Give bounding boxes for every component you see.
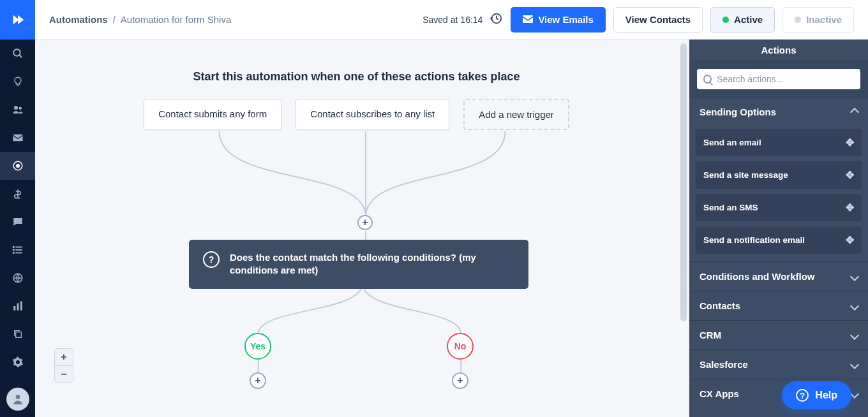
add-step-button[interactable]: + — [357, 215, 373, 230]
add-trigger-button[interactable]: Add a new trigger — [463, 99, 569, 130]
canvas-scrollbar[interactable] — [680, 43, 687, 321]
section-contacts[interactable]: Contacts — [689, 291, 868, 320]
chevron-up-icon — [850, 107, 859, 116]
nav-deals-icon[interactable] — [0, 180, 35, 208]
chevron-down-icon — [850, 360, 859, 369]
breadcrumb-sep: / — [113, 14, 116, 25]
condition-node[interactable]: ? Does the contact match the following c… — [189, 240, 528, 289]
breadcrumb: Automations / Automation for form Shiva — [49, 14, 231, 25]
actions-panel-title: Actions — [689, 40, 868, 61]
svg-point-6 — [16, 165, 19, 168]
saved-status: Saved at 16:14 — [423, 11, 503, 27]
action-send-notification-email[interactable]: Send a notification email✥ — [696, 226, 862, 254]
action-send-email[interactable]: Send an email✥ — [696, 129, 862, 156]
add-step-no-button[interactable]: + — [452, 372, 468, 389]
canvas-title: Start this automation when one of these … — [35, 40, 678, 84]
search-actions-input[interactable] — [717, 74, 854, 84]
automation-canvas[interactable]: Start this automation when one of these … — [35, 40, 689, 417]
search-icon — [703, 75, 712, 84]
help-icon: ? — [796, 389, 809, 402]
action-label: Send an email — [703, 138, 761, 147]
search-actions-input-wrapper — [697, 69, 860, 89]
chevron-down-icon — [850, 330, 859, 339]
user-avatar[interactable] — [6, 388, 29, 411]
svg-rect-20 — [523, 15, 533, 23]
drag-handle-icon: ✥ — [846, 201, 854, 214]
question-icon: ? — [203, 251, 220, 268]
status-inactive-button[interactable]: Inactive — [782, 7, 854, 33]
help-button[interactable]: ? Help — [782, 381, 851, 409]
svg-point-0 — [13, 49, 20, 56]
action-send-site-message[interactable]: Send a site message✥ — [696, 161, 862, 189]
view-contacts-button[interactable]: View Contacts — [613, 7, 703, 33]
svg-point-3 — [19, 107, 22, 110]
nav-envelope-icon[interactable] — [0, 124, 35, 152]
status-dot-active-icon — [722, 17, 729, 23]
svg-line-1 — [19, 55, 22, 57]
nav-reports-icon[interactable] — [0, 292, 35, 320]
svg-rect-4 — [13, 135, 22, 142]
status-active-button[interactable]: Active — [710, 7, 775, 33]
nav-list-icon[interactable] — [0, 236, 35, 264]
action-label: Send a site message — [703, 170, 788, 180]
svg-rect-15 — [17, 304, 19, 311]
section-sending-options[interactable]: Sending Options — [689, 98, 868, 126]
nav-automations-icon[interactable] — [0, 152, 35, 180]
breadcrumb-current: Automation for form Shiva — [121, 14, 231, 25]
svg-rect-16 — [20, 302, 22, 311]
no-branch-node[interactable]: No — [447, 333, 474, 360]
zoom-in-button[interactable]: + — [55, 349, 73, 365]
trigger-list-subscribe[interactable]: Contact subscribes to any list — [296, 99, 449, 130]
nav-chat-icon[interactable] — [0, 208, 35, 236]
nav-contacts-icon[interactable] — [0, 96, 35, 124]
section-label: Conditions and Workflow — [700, 271, 815, 282]
section-label: Contacts — [700, 300, 740, 311]
drag-handle-icon: ✥ — [846, 169, 854, 181]
section-label: CX Apps — [700, 388, 739, 399]
nav-search-icon[interactable] — [0, 40, 35, 68]
drag-handle-icon: ✥ — [846, 136, 854, 149]
breadcrumb-root[interactable]: Automations — [49, 14, 108, 25]
svg-point-2 — [14, 106, 18, 110]
saved-label: Saved at 16:14 — [423, 15, 483, 25]
action-label: Send a notification email — [703, 235, 805, 245]
condition-text: Does the contact match the following con… — [230, 251, 514, 277]
section-label: Sending Options — [700, 106, 776, 117]
chevron-down-icon — [850, 301, 859, 310]
actions-panel: Actions Sending Options Send an email✥ S… — [689, 40, 868, 417]
left-sidebar — [0, 0, 35, 417]
add-step-yes-button[interactable]: + — [250, 372, 266, 389]
status-inactive-label: Inactive — [806, 14, 842, 25]
section-conditions-workflow[interactable]: Conditions and Workflow — [689, 262, 868, 291]
nav-settings-icon[interactable] — [0, 348, 35, 376]
topbar: Automations / Automation for form Shiva … — [35, 0, 868, 40]
envelope-icon — [523, 14, 533, 25]
view-emails-label: View Emails — [538, 14, 593, 25]
nav-copy-icon[interactable] — [0, 320, 35, 348]
zoom-out-button[interactable]: − — [55, 365, 73, 382]
view-emails-button[interactable]: View Emails — [511, 7, 605, 33]
nav-globe-icon[interactable] — [0, 264, 35, 292]
help-label: Help — [815, 390, 837, 401]
trigger-form-submit[interactable]: Contact submits any form — [144, 99, 281, 130]
svg-point-12 — [13, 252, 14, 254]
chevron-down-icon — [850, 389, 859, 398]
nav-lightbulb-icon[interactable] — [0, 68, 35, 96]
yes-branch-node[interactable]: Yes — [244, 333, 271, 360]
svg-point-10 — [13, 247, 14, 248]
status-dot-inactive-icon — [795, 17, 801, 23]
svg-rect-17 — [15, 332, 21, 338]
svg-point-18 — [15, 395, 20, 399]
app-logo[interactable] — [0, 0, 35, 40]
history-icon[interactable] — [489, 11, 503, 27]
svg-point-11 — [13, 249, 14, 251]
section-salesforce[interactable]: Salesforce — [689, 350, 868, 379]
section-crm[interactable]: CRM — [689, 321, 868, 349]
chevron-down-icon — [850, 272, 859, 281]
action-send-sms[interactable]: Send an SMS✥ — [696, 194, 862, 221]
section-label: Salesforce — [700, 359, 748, 370]
action-label: Send an SMS — [703, 203, 758, 212]
zoom-control: + − — [54, 348, 73, 383]
status-active-label: Active — [734, 14, 763, 25]
section-label: CRM — [700, 330, 721, 340]
